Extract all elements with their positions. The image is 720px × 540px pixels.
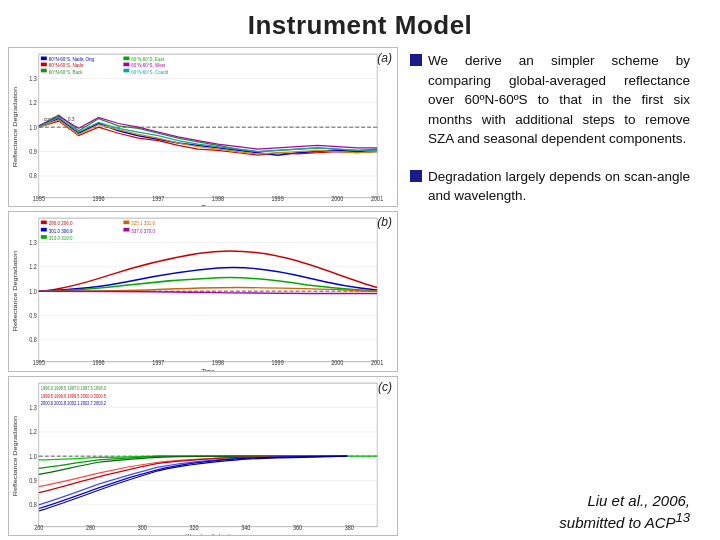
svg-text:1996: 1996 bbox=[92, 359, 105, 367]
svg-text:1996.0  1998.5  1997.0  1997.5: 1996.0 1998.5 1997.0 1997.5 1998.0 bbox=[41, 386, 107, 391]
chart-a-svg: Reflectance Degradation 1.3 1.2 1.0 0.9 … bbox=[9, 48, 397, 206]
svg-text:1.2: 1.2 bbox=[29, 99, 37, 107]
svg-text:60°N-60°S, Back: 60°N-60°S, Back bbox=[49, 68, 83, 75]
svg-text:2000: 2000 bbox=[331, 359, 344, 367]
citation-text: Liu et al., 2006,submitted to ACP13 bbox=[559, 492, 690, 531]
svg-text:325.1  331.6: 325.1 331.6 bbox=[131, 220, 155, 227]
svg-text:1998: 1998 bbox=[212, 195, 225, 203]
citation-label: Liu et al., 2006,submitted to ACP bbox=[559, 492, 690, 531]
svg-text:1.0: 1.0 bbox=[29, 287, 37, 295]
svg-text:2001: 2001 bbox=[371, 195, 384, 203]
bullet-icon-2 bbox=[410, 170, 422, 182]
chart-c: (c) Reflectance Degradation 1.3 1.2 1.0 … bbox=[8, 376, 398, 536]
chart-a: (a) Reflectance Degradation 1.3 1.2 1.0 bbox=[8, 47, 398, 207]
svg-text:2001: 2001 bbox=[371, 359, 384, 367]
svg-text:2000: 2000 bbox=[331, 195, 344, 203]
chart-a-label: (a) bbox=[377, 51, 392, 65]
svg-text:Time: Time bbox=[201, 368, 214, 371]
svg-text:Reflectance Degradation: Reflectance Degradation bbox=[12, 415, 19, 496]
svg-rect-62 bbox=[123, 228, 129, 232]
bullet-row-1: We derive an simpler scheme by comparing… bbox=[410, 51, 690, 149]
svg-text:1995: 1995 bbox=[33, 359, 46, 367]
svg-text:260: 260 bbox=[34, 524, 44, 532]
svg-text:340: 340 bbox=[241, 524, 251, 532]
svg-text:0.9: 0.9 bbox=[29, 476, 37, 484]
chart-b-label: (b) bbox=[377, 215, 392, 229]
svg-text:Reflectance Degradation: Reflectance Degradation bbox=[12, 87, 19, 168]
svg-text:280.0  206.0: 280.0 206.0 bbox=[49, 220, 73, 227]
svg-text:280: 280 bbox=[86, 524, 96, 532]
svg-text:Time: Time bbox=[201, 203, 214, 206]
bullet-text-1: We derive an simpler scheme by comparing… bbox=[428, 51, 690, 149]
svg-rect-23 bbox=[41, 63, 47, 67]
svg-text:60°N-60°S, Coadd: 60°N-60°S, Coadd bbox=[131, 68, 168, 75]
page: Instrument Model (a) Reflectance Degrada… bbox=[0, 0, 720, 540]
chart-b: (b) Reflectance Degradation 1.3 1.2 1.0 … bbox=[8, 211, 398, 371]
svg-text:0.9: 0.9 bbox=[29, 147, 37, 155]
svg-text:1.0: 1.0 bbox=[29, 452, 37, 460]
svg-text:1997: 1997 bbox=[152, 195, 165, 203]
svg-text:313.0  319.0: 313.0 319.0 bbox=[49, 235, 73, 242]
bullet-text-2: Degradation largely depends on scan-angl… bbox=[428, 167, 690, 206]
bullet-row-2: Degradation largely depends on scan-angl… bbox=[410, 167, 690, 206]
svg-text:337.0  370.0: 337.0 370.0 bbox=[131, 228, 155, 235]
text-block-1: We derive an simpler scheme by comparing… bbox=[410, 51, 690, 153]
svg-rect-21 bbox=[41, 57, 47, 61]
svg-text:0.8: 0.8 bbox=[29, 500, 37, 508]
svg-rect-31 bbox=[123, 69, 129, 73]
charts-column: (a) Reflectance Degradation 1.3 1.2 1.0 bbox=[8, 47, 398, 536]
svg-text:2000.6  2001.8  2002.1  2002.7: 2000.6 2001.8 2002.1 2002.7 2003.2 bbox=[41, 400, 107, 405]
svg-rect-60 bbox=[123, 221, 129, 225]
svg-text:0.9: 0.9 bbox=[29, 312, 37, 320]
chart-b-svg: Reflectance Degradation 1.3 1.2 1.0 0.9 … bbox=[9, 212, 397, 370]
svg-rect-58 bbox=[41, 235, 47, 239]
text-column: We derive an simpler scheme by comparing… bbox=[404, 47, 694, 536]
svg-text:301.0  306.9: 301.0 306.9 bbox=[49, 228, 73, 235]
svg-text:Wavelength (nm): Wavelength (nm) bbox=[185, 532, 230, 535]
svg-text:1996: 1996 bbox=[92, 195, 105, 203]
svg-text:1997: 1997 bbox=[152, 359, 165, 367]
svg-text:1.0: 1.0 bbox=[29, 123, 37, 131]
text-block-2: Degradation largely depends on scan-angl… bbox=[410, 167, 690, 210]
svg-rect-27 bbox=[123, 63, 129, 67]
svg-text:Reflectance Degradation: Reflectance Degradation bbox=[12, 251, 19, 332]
svg-text:1.3: 1.3 bbox=[29, 239, 37, 247]
svg-rect-29 bbox=[41, 69, 47, 73]
svg-text:0.8: 0.8 bbox=[29, 172, 37, 180]
svg-text:1999: 1999 bbox=[272, 195, 285, 203]
bullet-icon-1 bbox=[410, 54, 422, 66]
svg-text:1.2: 1.2 bbox=[29, 263, 37, 271]
page-title: Instrument Model bbox=[0, 0, 720, 47]
citation-block: Liu et al., 2006,submitted to ACP13 bbox=[410, 482, 690, 532]
svg-rect-54 bbox=[41, 221, 47, 225]
svg-text:1.3: 1.3 bbox=[29, 74, 37, 82]
svg-text:0.8: 0.8 bbox=[29, 336, 37, 344]
chart-c-label: (c) bbox=[378, 380, 392, 394]
svg-text:1995: 1995 bbox=[33, 195, 46, 203]
svg-text:300: 300 bbox=[138, 524, 148, 532]
svg-text:320: 320 bbox=[189, 524, 199, 532]
svg-text:1.2: 1.2 bbox=[29, 427, 37, 435]
chart-c-svg: Reflectance Degradation 1.3 1.2 1.0 0.9 … bbox=[9, 377, 397, 535]
svg-text:1998: 1998 bbox=[212, 359, 225, 367]
svg-rect-0 bbox=[39, 54, 377, 198]
svg-text:360: 360 bbox=[293, 524, 303, 532]
svg-rect-25 bbox=[123, 57, 129, 61]
content-area: (a) Reflectance Degradation 1.3 1.2 1.0 bbox=[0, 47, 720, 540]
svg-text:1999: 1999 bbox=[272, 359, 285, 367]
svg-rect-56 bbox=[41, 228, 47, 232]
svg-text:1999.5  1999.0  1999.5  2000.0: 1999.5 1999.0 1999.5 2000.0 2000.5 bbox=[41, 393, 107, 398]
citation-superscript: 13 bbox=[676, 510, 690, 525]
svg-text:380: 380 bbox=[345, 524, 355, 532]
svg-text:1.3: 1.3 bbox=[29, 403, 37, 411]
